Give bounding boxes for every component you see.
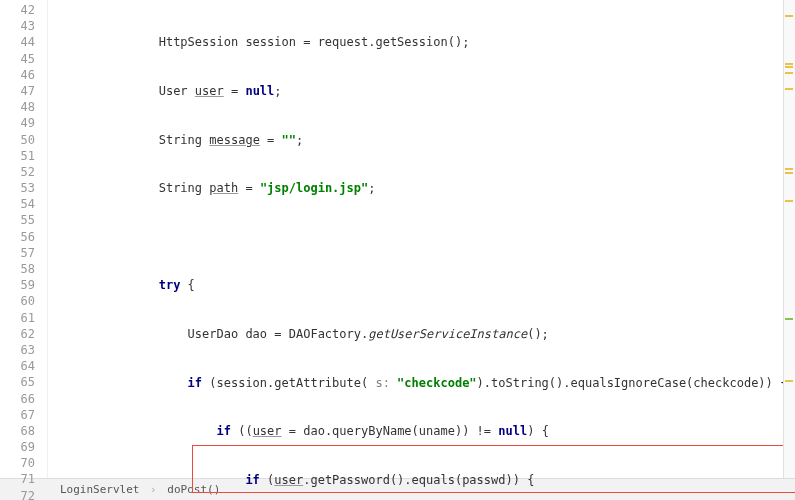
warning-marker[interactable] bbox=[785, 200, 793, 202]
line-number: 50 bbox=[0, 132, 35, 148]
code-line: HttpSession session = request.getSession… bbox=[72, 34, 795, 50]
warning-marker[interactable] bbox=[785, 66, 793, 68]
code-line: UserDao dao = DAOFactory.getUserServiceI… bbox=[72, 326, 795, 342]
line-number: 52 bbox=[0, 164, 35, 180]
warning-marker[interactable] bbox=[785, 380, 793, 382]
line-number: 45 bbox=[0, 51, 35, 67]
line-number: 44 bbox=[0, 34, 35, 50]
line-number: 70 bbox=[0, 455, 35, 471]
line-number: 43 bbox=[0, 18, 35, 34]
warning-marker[interactable] bbox=[785, 172, 793, 174]
line-number: 60 bbox=[0, 293, 35, 309]
line-number: 53 bbox=[0, 180, 35, 196]
code-line: if (session.getAttribute( s: "checkcode"… bbox=[72, 375, 795, 391]
line-number: 56 bbox=[0, 229, 35, 245]
line-number: 47 bbox=[0, 83, 35, 99]
code-line: if (user.getPassword().equals(passwd)) { bbox=[72, 472, 795, 488]
line-number: 71 bbox=[0, 471, 35, 487]
line-number: 42 bbox=[0, 2, 35, 18]
line-number: 55 bbox=[0, 212, 35, 228]
line-number: 58 bbox=[0, 261, 35, 277]
line-number: 57 bbox=[0, 245, 35, 261]
marker-bar[interactable] bbox=[783, 0, 795, 478]
code-area[interactable]: HttpSession session = request.getSession… bbox=[48, 0, 795, 478]
line-number: 61 bbox=[0, 310, 35, 326]
code-line: User user = null; bbox=[72, 83, 795, 99]
code-editor: 4243444546474849505152535455565758596061… bbox=[0, 0, 795, 478]
code-line: String path = "jsp/login.jsp"; bbox=[72, 180, 795, 196]
line-number: 66 bbox=[0, 391, 35, 407]
line-number: 69 bbox=[0, 439, 35, 455]
line-number: 51 bbox=[0, 148, 35, 164]
warning-marker[interactable] bbox=[785, 168, 793, 170]
warning-marker[interactable] bbox=[785, 72, 793, 74]
line-number: 63 bbox=[0, 342, 35, 358]
line-number: 62 bbox=[0, 326, 35, 342]
line-number: 72 bbox=[0, 488, 35, 500]
code-line: try { bbox=[72, 277, 795, 293]
line-number: 59 bbox=[0, 277, 35, 293]
code-line bbox=[72, 229, 795, 245]
warning-marker[interactable] bbox=[785, 88, 793, 90]
code-line: String message = ""; bbox=[72, 132, 795, 148]
warning-marker[interactable] bbox=[785, 15, 793, 17]
code-line: if ((user = dao.queryByName(uname)) != n… bbox=[72, 423, 795, 439]
line-number: 68 bbox=[0, 423, 35, 439]
line-number: 54 bbox=[0, 196, 35, 212]
line-number: 49 bbox=[0, 115, 35, 131]
line-number: 46 bbox=[0, 67, 35, 83]
line-number-gutter[interactable]: 4243444546474849505152535455565758596061… bbox=[0, 0, 48, 478]
ok-marker[interactable] bbox=[785, 318, 793, 320]
line-number: 65 bbox=[0, 374, 35, 390]
line-number: 64 bbox=[0, 358, 35, 374]
line-number: 67 bbox=[0, 407, 35, 423]
line-number: 48 bbox=[0, 99, 35, 115]
warning-marker[interactable] bbox=[785, 63, 793, 65]
